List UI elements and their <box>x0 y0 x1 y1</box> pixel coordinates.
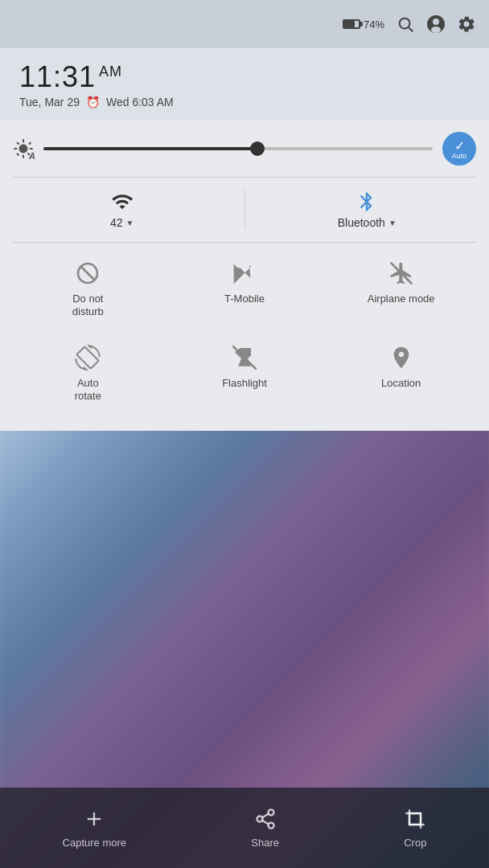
wifi-chevron: ▼ <box>126 219 134 227</box>
flashlight-icon <box>232 343 257 372</box>
do-not-disturb-toggle[interactable]: Do notdisturb <box>13 249 163 327</box>
crop-label: Crop <box>404 837 426 849</box>
toggle-grid: Do notdisturb T-Mobile Airplane mode <box>0 243 489 418</box>
svg-line-12 <box>262 820 269 824</box>
svg-line-13 <box>262 813 269 817</box>
quick-settings-panel: A ✓ Auto 42 ▼ <box>0 121 489 431</box>
battery-text: 74% <box>364 18 384 31</box>
svg-point-10 <box>257 816 262 821</box>
bluetooth-toggle[interactable]: Bluetooth ▼ <box>245 184 490 235</box>
svg-line-1 <box>409 27 413 31</box>
status-bar-right: 74% <box>343 14 476 34</box>
bluetooth-chevron: ▼ <box>388 219 397 227</box>
battery-indicator: 74% <box>343 18 384 31</box>
signal-icon <box>232 259 257 288</box>
battery-fill <box>344 21 355 27</box>
battery-icon <box>343 19 360 29</box>
airplane-mode-toggle[interactable]: Airplane mode <box>326 249 476 327</box>
rotate-icon <box>75 343 101 372</box>
location-toggle[interactable]: Location <box>326 334 476 411</box>
ampm-value: AM <box>99 63 122 80</box>
svg-point-3 <box>433 18 439 25</box>
t-mobile-toggle[interactable]: T-Mobile <box>170 249 320 327</box>
wifi-toggle[interactable]: 42 ▼ <box>0 184 244 235</box>
brightness-slider[interactable] <box>43 147 433 150</box>
auto-brightness-button[interactable]: ✓ Auto <box>442 132 476 166</box>
wifi-label-row: 42 ▼ <box>110 216 134 229</box>
alarm-icon: ⏰ <box>86 96 100 108</box>
brightness-fill <box>43 147 257 150</box>
brightness-row: A ✓ Auto <box>0 121 489 177</box>
wifi-icon <box>111 190 134 213</box>
status-bar: 74% <box>0 0 489 48</box>
airplane-icon <box>388 259 414 288</box>
auto-rotate-toggle[interactable]: Autorotate <box>13 334 163 411</box>
svg-point-11 <box>268 822 273 828</box>
brightness-auto-icon[interactable]: A <box>13 138 34 159</box>
svg-point-9 <box>268 809 273 815</box>
bluetooth-label: Bluetooth <box>338 216 385 229</box>
auto-rotate-label: Autorotate <box>75 377 101 402</box>
alarm-time: Wed 6:03 AM <box>106 96 174 108</box>
date-display: Tue, Mar 29 ⏰ Wed 6:03 AM <box>19 96 470 108</box>
auto-label: Auto <box>452 152 467 160</box>
share-label: Share <box>251 837 279 849</box>
wifi-network-id: 42 <box>110 216 123 229</box>
bottom-toolbar: Capture more Share Crop <box>0 788 489 868</box>
date-value: Tue, Mar 29 <box>19 96 80 108</box>
share-icon <box>254 808 277 830</box>
share-button[interactable]: Share <box>251 808 279 849</box>
bluetooth-icon <box>355 190 378 213</box>
search-icon[interactable] <box>396 14 415 34</box>
crop-icon <box>404 808 426 830</box>
dnd-label: Do notdisturb <box>72 293 104 317</box>
svg-rect-14 <box>409 813 421 825</box>
time-display: 11:31AM <box>19 60 470 94</box>
account-circle-icon[interactable] <box>426 14 446 34</box>
location-icon <box>388 343 414 372</box>
dnd-icon <box>75 259 101 288</box>
bluetooth-label-row: Bluetooth ▼ <box>338 216 397 229</box>
time-value: 11:31 <box>19 60 96 93</box>
location-label: Location <box>381 377 421 390</box>
airplane-label: Airplane mode <box>368 293 435 305</box>
datetime-section: 11:31AM Tue, Mar 29 ⏰ Wed 6:03 AM <box>0 48 489 121</box>
svg-point-4 <box>431 27 441 33</box>
crop-button[interactable]: Crop <box>404 808 426 849</box>
capture-more-icon <box>83 808 105 830</box>
capture-more-label: Capture more <box>63 837 126 849</box>
svg-point-0 <box>400 18 410 29</box>
flashlight-label: Flashlight <box>222 377 267 390</box>
capture-more-button[interactable]: Capture more <box>63 808 126 849</box>
brightness-thumb <box>250 141 265 156</box>
settings-icon[interactable] <box>457 14 476 34</box>
connectivity-row: 42 ▼ Bluetooth ▼ <box>0 178 489 242</box>
t-mobile-label: T-Mobile <box>224 293 265 305</box>
flashlight-toggle[interactable]: Flashlight <box>170 334 320 411</box>
